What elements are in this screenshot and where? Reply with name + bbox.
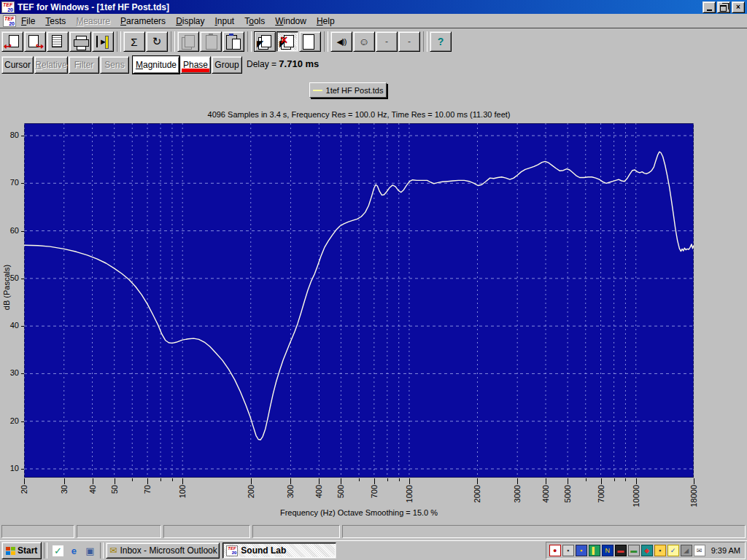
tray-icon-notes[interactable]: ✓ [667,545,679,556]
minimize-icon [707,9,712,11]
menu-item-tools[interactable]: Tools [239,15,270,28]
y-tick-label: 60 [0,226,19,235]
x-tick [64,478,65,484]
select-trace-button[interactable]: ◤ [254,31,276,52]
view-button-magnitude[interactable]: Magnitude [133,56,179,74]
frequency-response-plot[interactable] [24,123,694,478]
menu-item-file[interactable]: File [16,15,40,28]
tef-logo-icon: TEF20 [226,545,238,556]
import-file-button[interactable]: ↩ [1,31,23,52]
toolbar-separator [423,31,427,52]
x-tick [251,478,252,484]
view-button-filter: Filter [69,56,99,74]
taskbar: Start ✓e▣ ✉Inbox - Microsoft OutlookTEF2… [0,540,747,560]
y-tick-label: 30 [0,368,19,377]
help-button[interactable]: ? [430,31,452,52]
x-axis-title: Frequency (Hz) Octave Smoothing = 15.0 % [0,508,718,517]
notes-button[interactable] [47,31,69,52]
menu-item-parameters[interactable]: Parameters [115,15,171,28]
view-button-phase[interactable]: Phase [180,56,211,74]
tef-document-icon[interactable]: TEF20 [3,15,16,27]
spare-button-2[interactable]: - [398,31,420,52]
status-panel [163,525,251,538]
app-icon[interactable]: TEF20 [1,1,15,13]
x-tick [147,478,148,484]
view-button-relative: Relative [34,56,68,74]
task-button-inbox-microsoft-outlook[interactable]: ✉Inbox - Microsoft Outlook [106,542,220,559]
x-tick [115,478,115,484]
x-tick [93,478,93,484]
menu-item-input[interactable]: Input [209,15,239,28]
close-icon: × [736,4,740,11]
legend-button[interactable]: 1tef HF Post.tds [309,82,387,98]
x-tick [636,478,637,484]
status-bar [0,524,747,540]
quick-launch: ✓e▣ [50,542,98,559]
taskbar-divider [44,542,47,559]
tray-icon-chart[interactable]: ▌ [589,545,600,556]
minimize-button[interactable] [703,1,716,13]
x-tick [546,478,546,484]
toolbar: ↩↪►Σ↻◤◤×◀))☺--? [0,28,747,55]
y-tick-label: 70 [0,178,19,187]
quicklaunch-desktop-icon[interactable]: ▣ [82,542,98,559]
quicklaunch-outlook-icon[interactable]: ✓ [50,542,66,559]
tray-icon-mail[interactable]: ✉ [694,545,705,556]
paste-button [200,31,222,52]
x-tick [290,478,291,484]
print-button[interactable] [69,31,91,52]
tray-icon-disk[interactable]: ▪ [654,545,666,556]
clock: 9:39 AM [711,546,740,555]
y-axis-title: dB (Pascals) [2,247,11,327]
tray-icon-norton[interactable]: N [602,545,614,556]
x-tick [359,478,360,481]
tray-icon-display[interactable]: ▪ [576,545,587,556]
chart-area: 1tef HF Post.tds 4096 Samples in 3.4 s, … [0,77,747,524]
tray-icon-scanner[interactable]: ◢ [681,545,692,556]
export-file-button[interactable]: ↪ [24,31,46,52]
menu-bar: TEF20 FileTestsMeasureParametersDisplayI… [0,14,747,28]
view-button-group[interactable]: Group [212,56,242,74]
sum-button[interactable]: Σ [123,31,145,52]
paste-special-button[interactable] [222,31,244,52]
toolbar-separator [247,31,252,52]
copy-button [177,31,199,52]
tray-icon-mouse[interactable]: ▪ [562,545,574,556]
menu-item-tests[interactable]: Tests [40,15,71,28]
restore-button[interactable] [717,1,730,13]
spare-button-1[interactable]: - [376,31,398,52]
outlook-inbox-icon: ✉ [109,545,117,556]
menu-item-help[interactable]: Help [311,15,340,28]
repeat-measure-button[interactable]: ↻ [146,31,168,52]
windows-logo-icon [6,547,15,555]
tray-icon-printer[interactable]: ▬ [628,545,640,556]
delay-readout: Delay = 7.710 ms [247,58,319,69]
sound-output-button[interactable]: ◀)) [330,31,352,52]
x-tick [586,478,587,481]
x-tick [172,478,173,481]
x-tick [374,478,375,484]
view-button-row: CursorRelativeFilterSensMagnitudePhaseGr… [0,55,747,77]
menu-items: FileTestsMeasureParametersDisplayInputTo… [16,14,340,28]
status-panel [342,525,746,538]
tray-icon-globe[interactable]: ◆ [641,545,653,556]
x-tick [409,478,410,484]
x-tick [132,478,133,481]
start-button[interactable]: Start [1,542,42,559]
quicklaunch-ie-icon[interactable]: e [66,542,82,559]
tray-icon-scheduler[interactable]: ● [549,545,561,556]
y-tick [21,136,24,136]
tray-icon-monitor[interactable]: ▬ [615,545,627,556]
status-panel [252,525,340,538]
calibrate-button[interactable]: ► [92,31,114,52]
phase-active-indicator [182,69,209,72]
new-document-button[interactable] [299,31,321,52]
view-button-cursor[interactable]: Cursor [1,56,34,74]
close-button[interactable]: × [732,1,745,13]
menu-item-window[interactable]: Window [270,15,311,28]
feedback-button[interactable]: ☺ [353,31,375,52]
task-button-sound-lab[interactable]: TEF20Sound Lab [222,542,336,559]
deselect-trace-button[interactable]: ◤× [276,31,298,52]
x-tick [694,478,694,484]
menu-item-display[interactable]: Display [171,15,209,28]
